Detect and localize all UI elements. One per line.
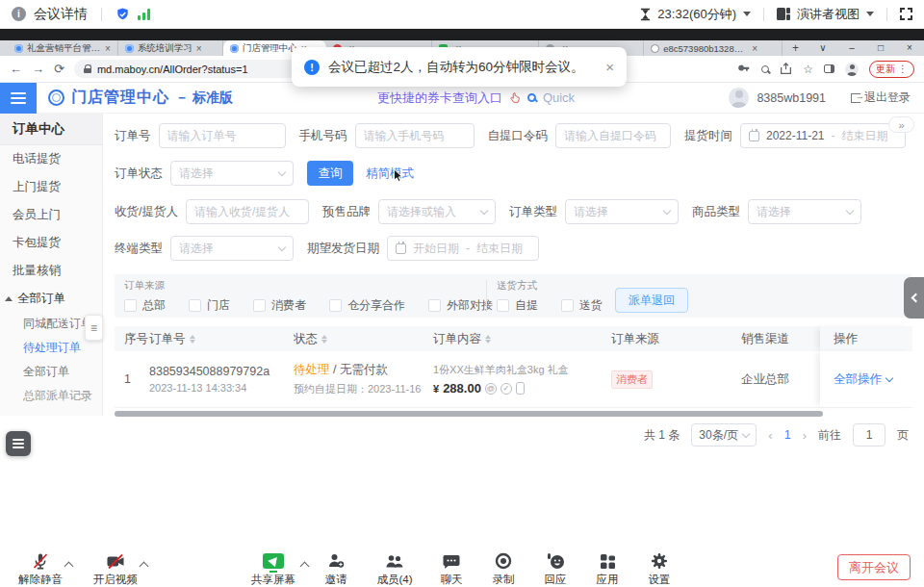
share-icon[interactable]	[780, 63, 792, 75]
logout-button[interactable]: 退出登录	[851, 89, 911, 106]
mic-options-caret[interactable]	[64, 562, 74, 572]
checkbox-hq[interactable]: 总部	[124, 297, 166, 314]
quick-search-icon[interactable]	[527, 93, 536, 102]
sidebar-item-batch-verify[interactable]: 批量核销	[0, 257, 102, 285]
tab-close-icon[interactable]: ×	[752, 43, 757, 54]
reload-icon[interactable]: ⟳	[54, 62, 64, 76]
zoom-icon[interactable]	[761, 65, 769, 73]
current-page[interactable]: 1	[784, 428, 791, 442]
sort-icon[interactable]	[321, 335, 327, 344]
sidebar-item-member-visit[interactable]: 会员上门	[0, 201, 102, 229]
minimize-icon[interactable]: –	[837, 40, 866, 56]
sidebar-group-all-orders[interactable]: 全部订单	[0, 285, 102, 312]
table-row[interactable]: 1 83859345088979792a 2023-11-13 14:33:34…	[115, 351, 912, 408]
browser-update-button[interactable]: 更新 ⋮	[869, 61, 914, 78]
maximize-icon[interactable]: □	[866, 40, 895, 56]
apps-button[interactable]: 应用	[588, 551, 627, 587]
timer-dropdown-icon[interactable]	[743, 12, 751, 16]
receiver-input[interactable]	[186, 199, 309, 224]
share-options-caret[interactable]	[300, 562, 310, 572]
header-channel: 销售渠道	[741, 331, 820, 347]
checkbox-store[interactable]: 门店	[189, 297, 230, 314]
checkbox-consumer[interactable]: 消费者	[253, 297, 306, 314]
security-shield-icon[interactable]	[116, 7, 130, 22]
view-dropdown-icon[interactable]	[866, 12, 874, 16]
tab-close-icon[interactable]: ×	[105, 43, 111, 54]
checkbox-self-pickup[interactable]: 自提	[497, 297, 538, 314]
header-content[interactable]: 订单内容	[433, 331, 611, 347]
dispatch-return-button[interactable]: 派单退回	[615, 288, 688, 313]
tab-close-icon[interactable]: ×	[196, 43, 202, 54]
table-header-row: 序号 订单号 状态 订单内容 订单来源 销售渠道 操作	[115, 326, 912, 351]
back-icon[interactable]: ←	[10, 62, 22, 76]
chat-button[interactable]: 聊天	[432, 551, 471, 587]
sidebar-item-phone-pickup[interactable]: 电话提货	[0, 145, 102, 173]
terminal-type-select[interactable]: 请选择	[170, 236, 294, 261]
page-size-select[interactable]: 30条/页	[691, 423, 757, 447]
order-status-select[interactable]: 请选择	[170, 161, 294, 186]
user-avatar[interactable]	[729, 88, 749, 108]
share-screen-button[interactable]: 共享屏幕	[245, 551, 301, 587]
pickup-code-input[interactable]	[555, 123, 671, 148]
expect-date-range[interactable]: 开始日期 - 结束日期	[387, 236, 539, 261]
sort-icon[interactable]	[190, 335, 195, 344]
sidebar-item-door-pickup[interactable]: 上门提货	[0, 173, 102, 201]
all-actions-dropdown[interactable]: 全部操作	[834, 371, 892, 388]
video-options-caret[interactable]	[140, 562, 149, 572]
hamburger-menu-button[interactable]	[0, 83, 37, 114]
leave-meeting-button[interactable]: 离开会议	[837, 554, 911, 580]
meeting-details-label[interactable]: 会议详情	[34, 6, 88, 23]
search-button[interactable]: 查询	[307, 161, 353, 186]
reactions-button[interactable]: 回应	[536, 551, 575, 587]
meeting-info-icon[interactable]: i	[12, 7, 26, 21]
toast-close-icon[interactable]: ×	[605, 59, 614, 75]
settings-button[interactable]: 设置	[640, 551, 679, 587]
record-button[interactable]: 录制	[484, 551, 523, 587]
goto-page-input[interactable]	[853, 423, 886, 447]
tab-search-icon[interactable]: ∨	[808, 40, 837, 56]
bookmark-star-icon[interactable]: ☆	[803, 63, 813, 76]
floating-list-button[interactable]	[6, 431, 31, 456]
window-close-icon[interactable]: ×	[895, 40, 924, 56]
next-page-icon[interactable]: ›	[803, 428, 807, 443]
prev-page-icon[interactable]: ‹	[768, 428, 772, 443]
side-panel-icon[interactable]	[824, 64, 834, 73]
page-unit: 页	[897, 427, 909, 444]
simple-mode-link[interactable]: 精简模式	[366, 166, 414, 182]
forward-icon[interactable]: →	[32, 62, 44, 76]
browser-tab-7[interactable]: e8c573980b1328a258fd2e618 ×	[644, 40, 783, 56]
side-drawer-handle[interactable]	[904, 277, 924, 319]
view-mode-label[interactable]: 演讲者视图	[797, 6, 860, 23]
unmute-button[interactable]: 解除静音	[15, 551, 65, 587]
table-horizontal-scrollbar[interactable]	[115, 411, 823, 417]
sidebar-collapse-handle[interactable]: ≡	[85, 315, 103, 341]
start-video-button[interactable]: 开启视频	[90, 551, 141, 587]
presale-brand-select[interactable]: 请选择或输入	[378, 199, 496, 224]
checkbox-warehouse-coop[interactable]: 仓分享合作	[329, 297, 405, 314]
phone-input[interactable]	[355, 123, 475, 148]
sidebar-sub-all-orders[interactable]: 全部订单	[0, 360, 102, 384]
order-type-select[interactable]: 请选择	[565, 199, 679, 224]
members-button[interactable]: 成员(4)	[371, 551, 419, 587]
header-status[interactable]: 状态	[294, 331, 433, 347]
sidebar-item-card-pickup[interactable]: 卡包提货	[0, 229, 102, 257]
fullscreen-icon[interactable]	[900, 8, 912, 20]
chevron-down-icon	[480, 206, 488, 214]
sidebar-sub-hq-dispatch[interactable]: 总部派单记录	[0, 384, 102, 408]
checkbox-delivery[interactable]: 送货	[561, 297, 603, 314]
main-content: » 订单号 手机号码 自提口令码 提货时间 2022-11-21 - 结束日期 …	[103, 114, 924, 549]
new-tab-button[interactable]: +	[783, 40, 808, 56]
sort-icon[interactable]	[485, 335, 491, 344]
browser-tab-1[interactable]: 礼盒营销平台管理中心 ×	[8, 40, 118, 56]
pickup-time-range[interactable]: 2022-11-21 - 结束日期	[740, 123, 906, 148]
goods-type-select[interactable]: 请选择	[748, 199, 861, 224]
filters-collapse-button[interactable]: »	[888, 116, 914, 133]
browser-tab-2[interactable]: 系统培训学习 ×	[118, 40, 223, 56]
quick-entry-link[interactable]: 更快捷的券卡查询入口	[377, 89, 502, 107]
checkbox-external[interactable]: 外部对接	[428, 297, 493, 314]
password-key-icon[interactable]	[737, 63, 751, 76]
invite-button[interactable]: 邀请	[315, 551, 357, 587]
order-no-input[interactable]	[159, 123, 286, 148]
header-order-no[interactable]: 订单号	[149, 331, 294, 347]
browser-profile-icon[interactable]	[845, 63, 859, 76]
